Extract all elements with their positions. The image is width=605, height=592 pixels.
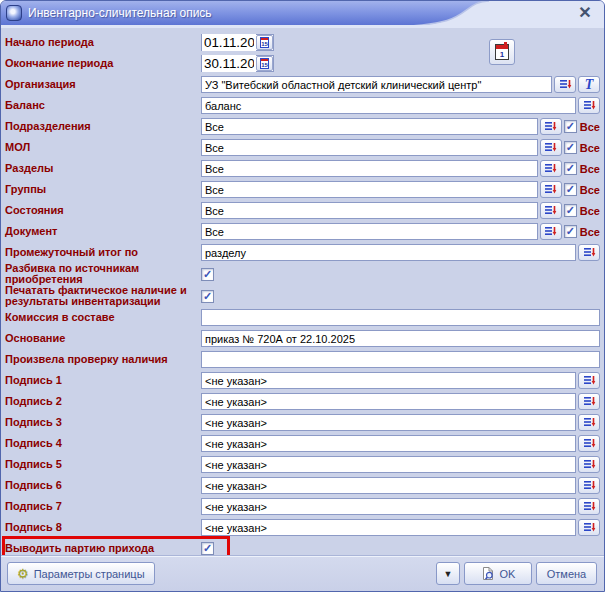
field-label: Основание xyxy=(5,333,201,344)
form-row: Документ✓Все xyxy=(5,221,600,242)
select-from-list-button[interactable] xyxy=(554,76,576,93)
select-from-list-button[interactable] xyxy=(578,372,600,389)
text-input[interactable] xyxy=(201,76,552,93)
text-input[interactable] xyxy=(201,118,538,135)
text-input[interactable] xyxy=(201,498,576,515)
form-row: Состояния✓Все xyxy=(5,200,600,221)
close-button[interactable]: ✕ xyxy=(575,3,595,23)
list-picker-icon xyxy=(583,438,596,449)
calendar-picker-button[interactable]: 15 xyxy=(256,35,273,50)
text-input[interactable] xyxy=(201,160,538,177)
gear-icon: ⚙ xyxy=(17,567,29,580)
select-from-list-button[interactable] xyxy=(578,519,600,536)
calendar-picker-button[interactable]: 15 xyxy=(256,56,273,71)
field-area xyxy=(201,498,600,515)
ok-button[interactable]: OK xyxy=(464,562,532,585)
form-row: Промежуточный итог по xyxy=(5,242,600,263)
all-checkbox[interactable]: ✓ xyxy=(564,225,577,238)
ok-options-dropdown-button[interactable]: ▼ xyxy=(436,562,460,585)
text-input[interactable] xyxy=(201,351,600,368)
date-input[interactable] xyxy=(202,34,256,51)
form-row: Окончание периода15 xyxy=(5,53,600,74)
text-input[interactable] xyxy=(201,330,600,347)
text-input[interactable] xyxy=(201,519,576,536)
field-label: Печатать фактическое наличие и результат… xyxy=(5,285,201,307)
list-picker-icon xyxy=(544,121,557,132)
list-picker-icon xyxy=(583,375,596,386)
all-checkbox[interactable]: ✓ xyxy=(564,120,577,133)
text-input[interactable] xyxy=(201,393,576,410)
all-checkbox[interactable]: ✓ xyxy=(564,162,577,175)
field-label: Подпись 5 xyxy=(5,459,201,470)
field-area xyxy=(201,477,600,494)
all-checkbox-label: Все xyxy=(580,163,600,175)
text-input[interactable] xyxy=(201,414,576,431)
text-input[interactable] xyxy=(201,97,576,114)
field-label: Группы xyxy=(5,184,201,195)
checkbox[interactable]: ✓ xyxy=(201,542,214,555)
field-area: T xyxy=(201,76,600,93)
text-input[interactable] xyxy=(201,244,576,261)
form-row: Баланс xyxy=(5,95,600,116)
text-input[interactable] xyxy=(201,309,600,326)
form-row: Подпись 6 xyxy=(5,475,600,496)
list-picker-icon xyxy=(583,417,596,428)
select-from-list-button[interactable] xyxy=(578,244,600,261)
field-label: Подпись 8 xyxy=(5,522,201,533)
field-label: Организация xyxy=(5,79,201,90)
page-setup-button[interactable]: ⚙ Параметры страницы xyxy=(7,562,155,585)
checkbox[interactable]: ✓ xyxy=(201,268,214,281)
window-icon xyxy=(6,5,22,21)
field-label: Комиссия в составе xyxy=(5,312,201,323)
field-area: 151 xyxy=(201,34,600,51)
all-checkbox[interactable]: ✓ xyxy=(564,183,577,196)
select-from-list-button[interactable] xyxy=(578,97,600,114)
print-preview-icon xyxy=(481,566,495,581)
text-input[interactable] xyxy=(201,223,538,240)
date-input[interactable] xyxy=(202,55,256,72)
form-row: Начало периода151 xyxy=(5,32,600,53)
text-input[interactable] xyxy=(201,372,576,389)
select-from-list-button[interactable] xyxy=(540,181,562,198)
select-from-list-button[interactable] xyxy=(578,456,600,473)
text-input[interactable] xyxy=(201,181,538,198)
select-from-list-button[interactable] xyxy=(540,160,562,177)
form-row: Подпись 2 xyxy=(5,391,600,412)
list-picker-icon xyxy=(583,459,596,470)
form-row: Печатать фактическое наличие и результат… xyxy=(5,285,600,307)
select-from-list-button[interactable] xyxy=(540,118,562,135)
font-letter-icon: T xyxy=(585,78,594,91)
text-input[interactable] xyxy=(201,456,576,473)
field-label: Состояния xyxy=(5,205,201,216)
all-checkbox-label: Все xyxy=(580,226,600,238)
text-input[interactable] xyxy=(201,435,576,452)
form-row: Произвела проверку наличия xyxy=(5,349,600,370)
select-from-list-button[interactable] xyxy=(578,435,600,452)
all-checkbox[interactable]: ✓ xyxy=(564,141,577,154)
form-row: Подпись 3 xyxy=(5,412,600,433)
all-checkbox[interactable]: ✓ xyxy=(564,204,577,217)
select-from-list-button[interactable] xyxy=(578,393,600,410)
select-from-list-button[interactable] xyxy=(540,139,562,156)
field-label: Разделы xyxy=(5,163,201,174)
field-area xyxy=(201,244,600,261)
text-input[interactable] xyxy=(201,477,576,494)
text-input[interactable] xyxy=(201,139,538,156)
field-label: Начало периода xyxy=(5,37,201,48)
font-button[interactable]: T xyxy=(578,76,600,93)
list-picker-icon xyxy=(544,142,557,153)
select-from-list-button[interactable] xyxy=(578,477,600,494)
select-from-list-button[interactable] xyxy=(540,202,562,219)
footer-right-group: ▼ OK Отмена xyxy=(436,562,597,585)
select-from-list-button[interactable] xyxy=(578,498,600,515)
cancel-button[interactable]: Отмена xyxy=(536,562,597,585)
field-label: Разбивка по источникам приобретения xyxy=(5,263,201,285)
all-checkbox-label: Все xyxy=(580,121,600,133)
select-from-list-button[interactable] xyxy=(540,223,562,240)
text-input[interactable] xyxy=(201,202,538,219)
list-picker-icon xyxy=(583,247,596,258)
form-row: Подпись 8 xyxy=(5,517,600,538)
select-from-list-button[interactable] xyxy=(578,414,600,431)
window-title: Инвентарно-сличительная опись xyxy=(28,6,212,20)
checkbox[interactable]: ✓ xyxy=(201,290,214,303)
